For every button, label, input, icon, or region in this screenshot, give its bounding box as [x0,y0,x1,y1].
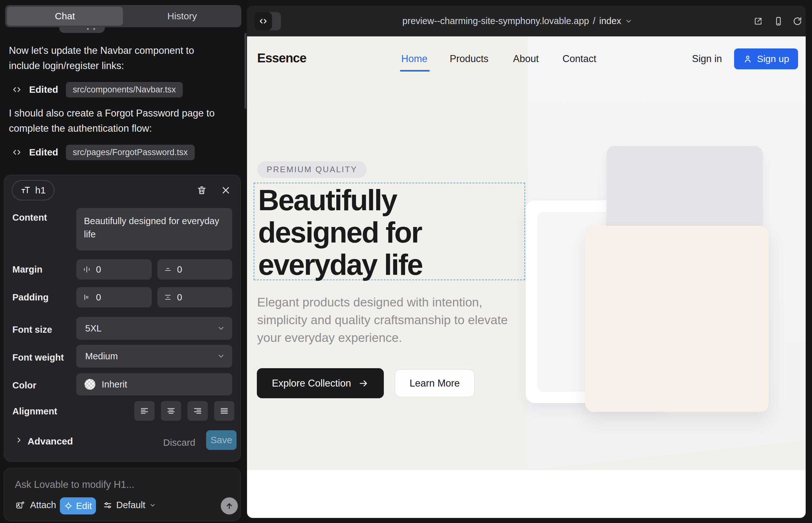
arrow-up-icon [225,502,234,510]
arrow-right-icon [358,378,369,389]
send-button[interactable] [221,497,238,515]
explore-collection-button[interactable]: Explore Collection [257,368,384,398]
chat-scrollbar[interactable] [245,33,246,109]
align-center-button[interactable] [161,401,181,421]
nav-link-products[interactable]: Products [450,53,488,65]
nav-link-home[interactable]: Home [401,53,427,65]
advanced-toggle[interactable]: Advanced [28,436,73,447]
preview-browser: preview--charming-site-symphony.lovable.… [247,6,806,518]
align-right-button[interactable] [188,401,208,421]
tab-history[interactable]: History [123,5,241,27]
site-viewport: Essence Home Products About Contact Sign… [247,36,806,518]
selected-element-tag[interactable]: h1 [12,180,54,200]
padding-horizontal-icon [83,293,91,301]
close-icon [221,185,231,195]
tab-chat[interactable]: Chat [7,7,123,26]
align-left-button[interactable] [134,401,155,421]
site-header: Essence Home Products About Contact Sign… [247,36,806,81]
attach-label: Attach [30,500,56,510]
target-icon [64,502,73,510]
type-icon [21,185,31,195]
content-label: Content [12,213,47,223]
content-textarea[interactable]: Beautifully designed for everyday life [76,208,232,250]
model-label: Default [116,500,145,510]
color-value: Inherit [102,379,127,390]
edited-file-row: Edited src/pages/ForgotPassword.tsx [12,144,195,160]
color-label: Color [12,380,36,391]
hero-card-cream [585,226,769,412]
scrolled-pill-partial [59,27,105,33]
hero-paragraph: Elegant products designed with intention… [257,293,520,347]
composer-input[interactable] [15,477,224,492]
user-icon [743,54,753,64]
tag-label: h1 [35,185,46,196]
color-select[interactable]: Inherit [76,373,232,395]
chat-composer: Attach Edit Default [4,468,241,521]
chevron-down-icon [217,324,225,332]
chat-message-line: I should also create a Forgot Password p… [9,106,215,121]
align-left-icon [140,406,149,416]
mobile-view-button[interactable] [773,16,783,26]
selected-element-outline[interactable]: Beautifully designed for everyday life [254,183,525,280]
external-link-icon [753,16,763,26]
save-button[interactable]: Save [206,430,236,450]
open-external-button[interactable] [753,16,763,26]
padding-y-input[interactable]: 0 [157,287,232,307]
close-editor-button[interactable] [219,183,233,197]
edit-label: Edit [76,501,92,511]
chat-message-line: include login/register links: [9,58,124,73]
tab-history-label: History [167,11,197,21]
padding-x-value: 0 [96,292,101,303]
edited-file-chip[interactable]: src/pages/ForgotPassword.tsx [66,145,195,160]
chat-history-tabbar: Chat History [5,5,241,27]
url-bar[interactable]: preview--charming-site-symphony.lovable.… [247,6,797,36]
learn-more-label: Learn More [409,378,460,389]
delete-element-button[interactable] [195,183,209,197]
edit-mode-button[interactable]: Edit [60,497,96,515]
chevron-right-icon [15,436,23,444]
font-size-value: 5XL [85,323,102,334]
refresh-icon [792,16,802,26]
sign-in-link[interactable]: Sign in [692,53,722,65]
padding-x-input[interactable]: 0 [76,287,152,307]
learn-more-button[interactable]: Learn More [394,369,475,397]
margin-vertical-icon [164,265,172,273]
alignment-label: Alignment [12,406,57,417]
font-size-label: Font size [12,325,52,335]
trash-icon [197,185,207,195]
margin-y-value: 0 [177,264,182,275]
margin-y-input[interactable]: 0 [157,259,232,279]
explore-collection-label: Explore Collection [272,378,351,389]
margin-x-value: 0 [96,264,101,275]
hero-headline[interactable]: Beautifully designed for everyday life [258,184,521,281]
site-logo[interactable]: Essence [257,51,306,65]
quality-badge: PREMIUM QUALITY [257,161,367,178]
nav-link-about[interactable]: About [513,53,539,65]
attach-button[interactable]: Attach [16,500,56,510]
edited-file-row: Edited src/components/Navbar.tsx [12,82,183,97]
align-justify-button[interactable] [214,401,234,421]
font-weight-label: Font weight [12,353,64,363]
model-selector[interactable]: Default [103,500,156,510]
current-page: index [599,16,621,26]
margin-horizontal-icon [83,265,91,273]
font-size-select[interactable]: 5XL [76,317,232,340]
browser-toolbar: preview--charming-site-symphony.lovable.… [247,6,806,36]
sign-up-button[interactable]: Sign up [734,49,798,69]
element-editor-panel: h1 Content Beautifully designed for ever… [4,175,241,462]
refresh-button[interactable] [792,16,802,26]
discard-button[interactable]: Discard [163,437,195,448]
code-icon [12,147,21,157]
margin-label: Margin [12,264,42,275]
url-separator: / [593,16,595,26]
attach-image-icon [16,501,25,510]
margin-x-input[interactable]: 0 [76,259,152,279]
font-weight-select[interactable]: Medium [76,345,232,367]
font-weight-value: Medium [85,351,118,362]
nav-active-underline [400,70,430,72]
nav-link-contact[interactable]: Contact [562,53,596,65]
chevron-down-icon [625,17,632,25]
edited-file-chip[interactable]: src/components/Navbar.tsx [66,82,183,97]
edited-label: Edited [29,147,58,158]
tab-chat-label: Chat [55,11,75,21]
